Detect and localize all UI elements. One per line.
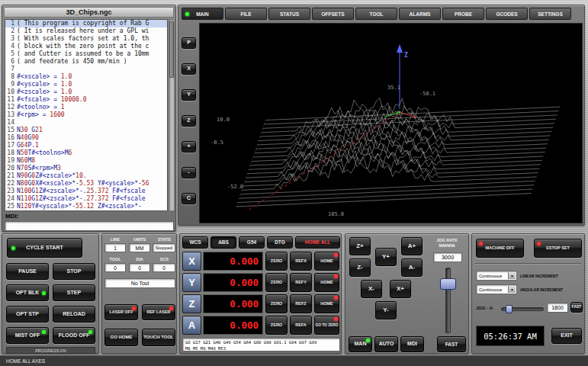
- angular-increment-select[interactable]: Continuous: [476, 284, 517, 294]
- jog-rate-slider-track[interactable]: [445, 268, 451, 333]
- tool-value: 0: [104, 263, 126, 272]
- jog-fast-button[interactable]: FAST: [437, 336, 466, 352]
- code-line[interactable]: 10#<zscale> = 1.0: [5, 88, 167, 96]
- zoom-in-button[interactable]: +: [182, 141, 196, 152]
- auto-mode-button[interactable]: AUTO: [374, 336, 398, 352]
- tab-settings[interactable]: SETTINGS: [529, 8, 571, 20]
- zero-z-button[interactable]: ZERO: [265, 294, 288, 313]
- zero-a-button[interactable]: ZERO: [265, 316, 288, 335]
- view-perspective-button[interactable]: P: [182, 37, 196, 49]
- ref-a-button[interactable]: REFA: [290, 316, 312, 335]
- editor-scrollbar-thumb[interactable]: [169, 21, 174, 78]
- jog-x-minus-button[interactable]: X-: [361, 280, 382, 298]
- code-line[interactable]: 20N70S#<rpm>M3: [5, 165, 167, 172]
- code-line[interactable]: 25N120Y#<yscale>*-55.12 Z#<zscale>*-: [5, 203, 167, 210]
- code-line[interactable]: 8#<xscale> = 1.0: [5, 73, 167, 81]
- mist-button[interactable]: MIST OFF: [6, 327, 49, 344]
- tab-offsets[interactable]: OFFSETS: [312, 8, 354, 20]
- tab-alarms[interactable]: ALARMS: [399, 8, 441, 20]
- machine-off-button[interactable]: MACHINE OFF: [476, 239, 524, 258]
- goto-zero-button[interactable]: GO TO ZERO: [314, 316, 339, 335]
- mdi-mode-button[interactable]: MDI: [400, 336, 424, 352]
- ref-y-button[interactable]: REFY: [290, 273, 312, 292]
- stop-button[interactable]: STOP: [53, 263, 95, 280]
- tab-gcodes[interactable]: GCODES: [486, 8, 528, 20]
- code-line[interactable]: 18N50T#<toolno>M6: [5, 149, 167, 157]
- touch-tool-button[interactable]: TOUCH TOOL: [142, 329, 175, 346]
- code-line[interactable]: 19N60M8: [5, 157, 167, 165]
- code-line[interactable]: 22N80G0X#<xscale>*-5.53 Y#<yscale>*-56: [5, 180, 167, 188]
- view-x-button[interactable]: X: [182, 63, 196, 75]
- jog-rate-slider-handle[interactable]: [440, 278, 456, 290]
- mdi-input[interactable]: [5, 221, 174, 231]
- code-line[interactable]: 4( block with the zero point at the c: [5, 43, 167, 50]
- optional-block-button[interactable]: OPT BLK: [6, 284, 49, 301]
- code-line[interactable]: 16N40G90: [5, 134, 167, 142]
- man-mode-button[interactable]: MAN: [349, 336, 372, 352]
- jog-a-minus-button[interactable]: A-: [401, 258, 423, 277]
- code-line[interactable]: 2( It is released here under a GPL wi: [5, 27, 167, 35]
- jog-z-minus-button[interactable]: Z-: [349, 258, 371, 277]
- cycle-start-button[interactable]: CYCLE START: [7, 238, 82, 258]
- laser-off-button[interactable]: LASER OFF: [104, 304, 138, 320]
- tab-status[interactable]: STATUS: [268, 8, 310, 20]
- tab-main[interactable]: MAIN: [182, 8, 223, 20]
- pause-button[interactable]: PAUSE: [6, 263, 49, 280]
- zoom-out-button[interactable]: -: [182, 167, 196, 178]
- jog-a-slider-handle[interactable]: [506, 305, 512, 313]
- abs-button[interactable]: ABS: [210, 236, 236, 249]
- flood-button[interactable]: FLOOD OFF: [53, 327, 95, 344]
- jog-rate-value[interactable]: 3000: [433, 252, 462, 262]
- go-home-button[interactable]: GO HOME: [104, 329, 138, 346]
- code-line[interactable]: 21N90G0Z#<zscale>*10.: [5, 172, 167, 180]
- tab-probe[interactable]: PROBE: [442, 8, 484, 20]
- jog-a-plus-button[interactable]: A+: [401, 237, 423, 255]
- editor-scrollbar[interactable]: [169, 19, 175, 211]
- ref-z-button[interactable]: REFZ: [290, 294, 312, 313]
- gcode-editor[interactable]: 1( This program is copyright of Rab G2( …: [5, 19, 168, 211]
- exit-button[interactable]: EXIT: [551, 328, 582, 344]
- code-line[interactable]: 9#<yscale> = 1.0: [5, 81, 167, 88]
- code-line[interactable]: 1( This program is copyright of Rab G: [5, 20, 167, 27]
- home-z-button[interactable]: HOME: [314, 294, 339, 313]
- optional-stop-button[interactable]: OPT STP: [6, 306, 49, 323]
- ref-laser-button[interactable]: REF LASER: [142, 304, 175, 320]
- jog-a-value[interactable]: 1800: [547, 303, 568, 313]
- jog-z-plus-button[interactable]: Z+: [349, 237, 371, 255]
- jog-y-minus-button[interactable]: Y-: [375, 301, 397, 319]
- code-line[interactable]: 7: [5, 66, 167, 73]
- dtg-button[interactable]: DTG: [267, 236, 293, 249]
- estop-set-button[interactable]: ESTOP SET: [534, 239, 582, 258]
- code-line[interactable]: 14: [5, 119, 167, 127]
- jog-a-fast-button[interactable]: FAST: [570, 302, 583, 313]
- linear-increment-select[interactable]: Continuous: [476, 271, 517, 281]
- code-line[interactable]: 3( With scales factors set at 1.0, th: [5, 35, 167, 43]
- code-line[interactable]: 11#<fscale> = 10000.0: [5, 96, 167, 104]
- home-y-button[interactable]: HOME: [314, 273, 339, 292]
- code-line[interactable]: 15N30 G21: [5, 127, 167, 134]
- code-line[interactable]: 13#<rpm> = 1600: [5, 111, 167, 119]
- reload-button[interactable]: RELOAD: [53, 306, 95, 323]
- code-line[interactable]: 12#<toolno> = 1: [5, 104, 167, 111]
- code-line[interactable]: 24N110G1Z#<zscale>*-.27.372 F#<fscale: [5, 195, 167, 203]
- clear-plot-button[interactable]: C: [182, 193, 196, 204]
- tab-tool[interactable]: TOOL: [355, 8, 397, 20]
- code-line[interactable]: 17G64P.1: [5, 142, 167, 149]
- zero-y-button[interactable]: ZERO: [265, 273, 288, 292]
- home-all-button[interactable]: HOME ALL: [295, 236, 340, 249]
- tab-file[interactable]: FILE: [225, 8, 267, 20]
- code-line[interactable]: 6( and feedrate is 450 mm/min ): [5, 58, 167, 66]
- wcs-button[interactable]: WCS: [182, 236, 208, 249]
- ref-x-button[interactable]: REFX: [290, 252, 312, 271]
- home-x-button[interactable]: HOME: [314, 252, 339, 271]
- jog-y-plus-button[interactable]: Y+: [375, 248, 397, 266]
- jog-x-plus-button[interactable]: X+: [390, 280, 411, 298]
- zero-x-button[interactable]: ZERO: [265, 252, 288, 271]
- step-button[interactable]: STEP: [53, 284, 95, 301]
- code-line[interactable]: 5( and Cutter is assumed to be a 10mm: [5, 50, 167, 58]
- code-line[interactable]: 23N100G1Z#<zscale>*-.25.372 F#<fscale: [5, 188, 167, 195]
- toolpath-preview[interactable]: Z 10.0 -0.5 -52.0 105.0 -58.1 35.1: [199, 23, 583, 223]
- g54-button[interactable]: G54: [239, 236, 265, 249]
- view-y-button[interactable]: Y: [182, 89, 196, 101]
- view-z-button[interactable]: Z: [182, 115, 196, 127]
